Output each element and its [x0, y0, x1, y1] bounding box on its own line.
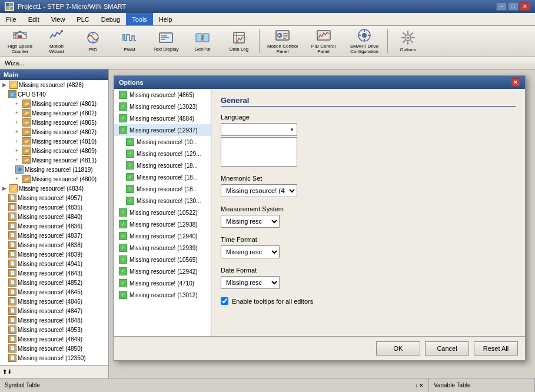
- tree-item-4835[interactable]: 📄 Missing resource! (4835): [0, 202, 108, 212]
- dialog-tree-label: Missing resource! (12940): [129, 233, 198, 240]
- tree-item-4805[interactable]: + 📂 Missing resource! (4805): [0, 118, 108, 127]
- dialog-tree-item-10565[interactable]: ✓ Missing resource! (10565): [114, 254, 211, 265]
- tree-item-12350[interactable]: 📄 Missing resource! (12350): [0, 353, 108, 363]
- dialog-tree-item-10522[interactable]: ✓ Missing resource! (10522): [114, 207, 211, 218]
- variable-table-label: Variable Table: [434, 382, 470, 388]
- dialog-tree-label: Missing resource! (12937): [129, 127, 198, 134]
- menu-plc[interactable]: PLC: [71, 13, 95, 25]
- get-put-button[interactable]: Get/Put: [185, 28, 220, 55]
- language-list-box[interactable]: [221, 137, 297, 167]
- dialog-tree-item-4710[interactable]: ✓ Missing resource! (4710): [114, 277, 211, 289]
- tree-item-4800[interactable]: + 📂 Missing resource! (4800): [0, 174, 108, 184]
- tree-item-4957[interactable]: 📄 Missing resource! (4957): [0, 193, 108, 202]
- mnemonic-set-select[interactable]: Missing resource! (48...: [221, 184, 297, 197]
- menu-help[interactable]: Help: [153, 13, 178, 25]
- nav-icons: ⬆⬇: [2, 368, 12, 375]
- dialog-tree-item-18a[interactable]: ✓ Missing resource! (18...: [114, 160, 211, 171]
- motion-control-panel-button[interactable]: Motion Control Panel: [262, 28, 303, 55]
- tree-item-4839[interactable]: 📄 Missing resource! (4839): [0, 250, 108, 259]
- tree-item-4837[interactable]: 📄 Missing resource! (4837): [0, 231, 108, 240]
- tree-item-4847[interactable]: 📄 Missing resource! (4847): [0, 306, 108, 315]
- tree-item-4848[interactable]: 📄 Missing resource! (4848): [0, 315, 108, 325]
- menu-file[interactable]: File: [0, 13, 22, 25]
- dialog-tree-item-12939[interactable]: ✓ Missing resource! (12939): [114, 242, 211, 254]
- menu-debug[interactable]: Debug: [95, 13, 126, 25]
- dialog-tree-item-18b[interactable]: ✓ Missing resource! (18...: [114, 171, 211, 183]
- dialog-tree-item-129[interactable]: ✓ Missing resource! (129...: [114, 148, 211, 160]
- tree-item-4849[interactable]: 📄 Missing resource! (4849): [0, 334, 108, 344]
- menu-view[interactable]: View: [45, 13, 71, 25]
- dialog-tree-icon: ✓: [119, 255, 127, 264]
- tree-item-4811[interactable]: + 📂 Missing resource! (4811): [0, 155, 108, 165]
- text-display-button[interactable]: Text Display: [148, 28, 184, 55]
- menu-tools[interactable]: Tools: [126, 13, 153, 25]
- dialog-close-button[interactable]: ✕: [511, 78, 520, 87]
- reset-all-button[interactable]: Reset All: [474, 341, 518, 356]
- item-icon: 📄: [8, 278, 16, 287]
- dialog-tree-item-12940[interactable]: ✓ Missing resource! (12940): [114, 230, 211, 242]
- high-speed-counter-label: High Speed Counter: [6, 44, 34, 55]
- dialog-tree-item-4884[interactable]: ✓ Missing resource! (4884): [114, 112, 211, 124]
- data-log-button[interactable]: Data Log: [221, 28, 257, 55]
- tree-item-4953[interactable]: 📄 Missing resource! (4953): [0, 325, 108, 334]
- tree-item-4807[interactable]: + 📂 Missing resource! (4807): [0, 127, 108, 137]
- tree-item-4836[interactable]: 📄 Missing resource! (4836): [0, 221, 108, 231]
- dialog-tree-item-12938[interactable]: ✓ Missing resource! (12938): [114, 218, 211, 230]
- tree-label: Missing resource! (4843): [18, 270, 82, 277]
- tooltip-checkbox[interactable]: [221, 297, 228, 305]
- language-group: Language ▼: [221, 114, 516, 167]
- close-button[interactable]: ✕: [520, 2, 530, 11]
- tree-item-4850[interactable]: 📄 Missing resource! (4850): [0, 344, 108, 353]
- menu-edit[interactable]: Edit: [22, 13, 45, 25]
- pid-button[interactable]: PID: [75, 28, 111, 55]
- tree-item-4809[interactable]: + 📂 Missing resource! (4809): [0, 146, 108, 155]
- tree-item-4845[interactable]: 📄 Missing resource! (4845): [0, 287, 108, 297]
- dialog-tree-item-12937[interactable]: ✓ Missing resource! (12937): [114, 124, 211, 136]
- tree-item-4834[interactable]: ▶ 📁 Missing resource! (4834): [0, 184, 108, 193]
- time-format-select[interactable]: Missing resc: [221, 245, 280, 258]
- smart-drive-config-button[interactable]: SMART Drive Configuration: [344, 28, 385, 55]
- tree-item-4846[interactable]: 📄 Missing resource! (4846): [0, 297, 108, 306]
- tree-item-4802[interactable]: + 📂 Missing resource! (4802): [0, 108, 108, 118]
- dialog-tree-item-4865[interactable]: ✓ Missing resource! (4865): [114, 89, 211, 101]
- dialog-tree-item-13012[interactable]: ✓ Missing resource! (13012): [114, 289, 211, 301]
- options-button[interactable]: Options: [390, 28, 426, 55]
- tree-area[interactable]: ▶ 📁 Missing resource! (4828) C CPU ST40 …: [0, 80, 108, 365]
- tree-item-4941[interactable]: 📄 Missing resource! (4941): [0, 259, 108, 268]
- tree-label: Missing resource! (4953): [18, 327, 82, 333]
- maximize-button[interactable]: □: [508, 2, 519, 11]
- tooltip-label[interactable]: Enable tooltips for all editors: [232, 298, 313, 305]
- dialog-tree[interactable]: ✓ Missing resource! (4865) ✓ Missing res…: [114, 89, 211, 336]
- dialog-tree-item-12942[interactable]: ✓ Missing resource! (12942): [114, 265, 211, 277]
- tree-item-4852[interactable]: 📄 Missing resource! (4852): [0, 278, 108, 287]
- motion-wizard-button[interactable]: Motion Wizard: [39, 28, 74, 55]
- tree-item-4810[interactable]: + 📂 Missing resource! (4810): [0, 137, 108, 146]
- tree-item-cpu[interactable]: C CPU ST40: [0, 89, 108, 99]
- measurement-system-select[interactable]: Missing resc: [221, 215, 280, 228]
- tree-item-11819[interactable]: 🔷 Missing resource! (11819): [0, 165, 108, 174]
- dialog-right-panel: General Language ▼ Mnemonic Set: [211, 89, 525, 336]
- cancel-button[interactable]: Cancel: [425, 341, 469, 356]
- pwm-button[interactable]: PWM: [112, 28, 147, 55]
- dialog-tree-item-13023[interactable]: ✓ Missing resource! (13023): [114, 101, 211, 112]
- tree-item-4838[interactable]: 📄 Missing resource! (4838): [0, 240, 108, 250]
- ok-button[interactable]: OK: [376, 341, 420, 356]
- high-speed-counter-button[interactable]: High Speed Counter: [2, 28, 38, 55]
- language-dropdown[interactable]: ▼: [221, 123, 297, 136]
- item-icon: 📂: [22, 156, 31, 164]
- svg-rect-31: [283, 35, 288, 36]
- date-format-select[interactable]: Missing resc: [221, 276, 280, 289]
- tree-label: Missing resource! (4846): [18, 298, 82, 305]
- dialog-tree-label: Missing resource! (4884): [129, 115, 194, 122]
- left-panel-header: Main: [0, 69, 108, 80]
- pid-control-panel-button[interactable]: PID Control Panel: [304, 28, 343, 55]
- dialog-tree-item-10[interactable]: ✓ Missing resource! (10...: [114, 136, 211, 148]
- tree-item-4840[interactable]: 📄 Missing resource! (4840): [0, 212, 108, 221]
- dialog-tree-item-18c[interactable]: ✓ Missing resource! (18...: [114, 183, 211, 195]
- tree-item-4801[interactable]: + 📂 Missing resource! (4801): [0, 99, 108, 108]
- item-icon: 📂: [22, 118, 31, 127]
- minimize-button[interactable]: ─: [496, 2, 507, 11]
- dialog-tree-item-130[interactable]: ✓ Missing resource! (130...: [114, 195, 211, 207]
- tree-item-4843[interactable]: 📄 Missing resource! (4843): [0, 268, 108, 278]
- tree-item-root[interactable]: ▶ 📁 Missing resource! (4828): [0, 80, 108, 89]
